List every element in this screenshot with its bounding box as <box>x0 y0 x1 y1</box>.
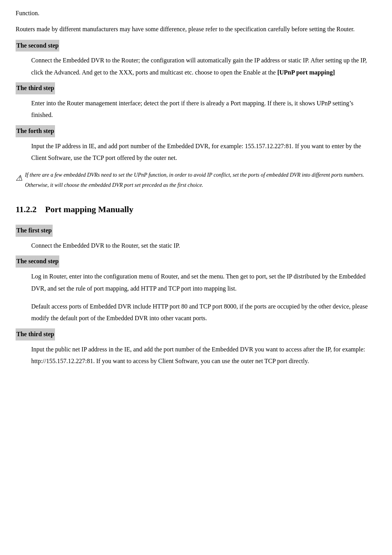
manual-step-2: The second step Log in Router, enter int… <box>16 255 376 324</box>
manual-step-2-content: Log in Router, enter into the configurat… <box>31 271 376 324</box>
upnp-step-2-content: Connect the Embedded DVR to the Router; … <box>31 55 376 78</box>
warning-icon: ⚠ <box>16 171 23 185</box>
upnp-step-4-content: Input the IP address in IE, and add port… <box>31 140 376 164</box>
manual-step-3: The third step Input the public net IP a… <box>16 328 376 367</box>
warning-text: If there are a few embedded DVRs need to… <box>25 170 376 190</box>
upnp-step-3-content: Enter into the Router management interfa… <box>31 98 376 121</box>
intro-line-2: Routers made by different manufacturers … <box>16 24 376 35</box>
manual-step-3-label: The third step <box>16 328 55 340</box>
intro-line-1: Function. <box>16 8 376 19</box>
intro-section: Function. Routers made by different manu… <box>16 8 376 35</box>
manual-step-1-label: The first step <box>16 225 53 237</box>
upnp-step-4-label: The forth step <box>16 125 55 137</box>
manual-step-1: The first step Connect the Embedded DVR … <box>16 225 376 252</box>
upnp-step-4: The forth step Input the IP address in I… <box>16 125 376 164</box>
upnp-step-3-label: The third step <box>16 82 55 94</box>
upnp-step-2-label: The second step <box>16 40 59 52</box>
manual-step-2-label: The second step <box>16 255 59 268</box>
section-heading: 11.2.2 Port mapping Manually <box>16 202 376 217</box>
manual-step-3-content: Input the public net IP address in the I… <box>31 344 376 367</box>
manual-step-1-content: Connect the Embedded DVR to the Router, … <box>31 240 376 252</box>
warning-block: ⚠ If there are a few embedded DVRs need … <box>16 170 376 190</box>
upnp-step-3: The third step Enter into the Router man… <box>16 82 376 121</box>
upnp-mapping-label: [UPnP port mapping] <box>277 69 335 76</box>
upnp-step-2: The second step Connect the Embedded DVR… <box>16 40 376 79</box>
